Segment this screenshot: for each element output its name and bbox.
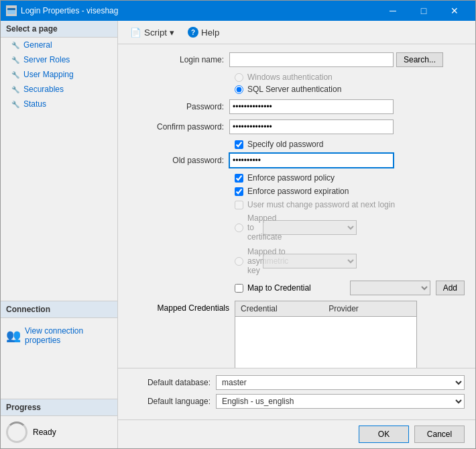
window-title: Login Properties - viseshag xyxy=(21,6,118,15)
title-bar: Login Properties - viseshag ─ □ ✕ xyxy=(1,1,475,21)
specify-old-password-label: Specify old password xyxy=(247,140,323,149)
ready-label: Ready xyxy=(33,428,56,437)
login-properties-window: Login Properties - viseshag ─ □ ✕ Select… xyxy=(0,0,476,449)
map-to-credential-row: Map to Credential Add xyxy=(129,281,465,295)
sql-auth-option[interactable]: SQL Server authentication xyxy=(235,85,465,94)
securables-icon: 🔧 xyxy=(11,86,19,93)
sidebar-spacer xyxy=(1,111,117,301)
default-language-dropdown[interactable]: English - us_english xyxy=(216,394,465,409)
mapped-to-cert-radio[interactable] xyxy=(235,223,243,232)
window-controls: ─ □ ✕ xyxy=(377,1,470,21)
close-button[interactable]: ✕ xyxy=(439,1,470,21)
cancel-button[interactable]: Cancel xyxy=(414,426,465,443)
confirm-password-label: Confirm password: xyxy=(129,122,229,132)
default-database-dropdown[interactable]: master xyxy=(216,375,465,390)
confirm-password-row: Confirm password: xyxy=(129,119,465,134)
windows-auth-option[interactable]: Windows authentication xyxy=(235,72,465,82)
default-language-row: Default language: English - us_english xyxy=(129,394,465,409)
password-label: Password: xyxy=(129,102,229,111)
connection-icon: 👥 xyxy=(6,328,21,343)
map-to-credential-label: Map to Credential xyxy=(247,283,311,293)
toolbar: 📄 Script ▾ ? Help xyxy=(118,21,475,44)
dialog-buttons: OK Cancel xyxy=(118,419,475,448)
search-button[interactable]: Search... xyxy=(396,52,443,67)
mapped-to-asym-dropdown[interactable] xyxy=(263,254,357,268)
enforce-expiration-checkbox[interactable] xyxy=(235,187,243,196)
user-must-change-label: User must change password at next login xyxy=(247,200,395,209)
user-must-change-row: User must change password at next login xyxy=(129,200,465,209)
sidebar-item-status[interactable]: 🔧 Status xyxy=(1,97,117,111)
progress-spinner xyxy=(6,421,27,443)
old-password-label: Old password: xyxy=(129,156,229,165)
specify-old-password-checkbox[interactable] xyxy=(235,140,243,149)
server-roles-icon: 🔧 xyxy=(11,56,19,64)
connection-section-label: Connection xyxy=(1,301,117,318)
progress-section-label: Progress xyxy=(1,399,117,416)
add-button[interactable]: Add xyxy=(436,281,465,295)
mapped-credentials-label: Mapped Credentials xyxy=(129,301,235,313)
title-bar-left: Login Properties - viseshag xyxy=(6,5,118,16)
mapped-to-asym-radio[interactable] xyxy=(235,257,243,266)
enforce-policy-row: Enforce password policy xyxy=(129,173,465,183)
default-language-label: Default language: xyxy=(129,397,216,406)
user-must-change-checkbox[interactable] xyxy=(235,201,243,209)
user-mapping-icon: 🔧 xyxy=(11,71,19,79)
maximize-button[interactable]: □ xyxy=(408,1,439,21)
script-button[interactable]: 📄 Script ▾ xyxy=(125,26,180,40)
status-icon: 🔧 xyxy=(11,101,19,108)
provider-col-header: Provider xyxy=(326,303,414,315)
help-button[interactable]: ? Help xyxy=(182,25,225,40)
old-password-row: Old password: xyxy=(129,153,465,168)
mapped-to-cert-option[interactable]: Mapped to certificate xyxy=(129,213,263,242)
ok-button[interactable]: OK xyxy=(359,426,409,443)
credential-table-header: Credential Provider xyxy=(235,301,416,317)
sql-auth-radio[interactable] xyxy=(235,85,243,94)
general-icon: 🔧 xyxy=(11,42,19,49)
main-area: 📄 Script ▾ ? Help Login name: Search... xyxy=(118,21,475,448)
auth-radio-group: Windows authentication SQL Server authen… xyxy=(129,72,465,94)
mapped-to-asym-row: Mapped to asymmetric key xyxy=(129,247,465,275)
enforce-expiration-row: Enforce password expiration xyxy=(129,187,465,196)
default-database-label: Default database: xyxy=(129,378,216,387)
confirm-password-input[interactable] xyxy=(229,119,394,134)
map-to-credential-checkbox[interactable] xyxy=(235,284,243,293)
sidebar-item-user-mapping[interactable]: 🔧 User Mapping xyxy=(1,67,117,82)
mapped-to-cert-dropdown[interactable] xyxy=(263,220,357,235)
mapped-to-cert-row: Mapped to certificate xyxy=(129,213,465,242)
mapped-credentials-section: Mapped Credentials Credential Provider R… xyxy=(129,301,465,368)
select-page-section: Select a page xyxy=(1,21,117,38)
svg-rect-1 xyxy=(7,8,15,10)
login-name-label: Login name: xyxy=(129,55,229,64)
connection-content: 👥 View connection properties xyxy=(1,318,117,399)
sidebar-item-server-roles[interactable]: 🔧 Server Roles xyxy=(1,52,117,67)
windows-auth-radio[interactable] xyxy=(235,73,243,82)
old-password-input[interactable] xyxy=(229,153,394,168)
form-area: Login name: Search... Windows authentica… xyxy=(118,44,475,368)
map-to-credential-dropdown[interactable] xyxy=(350,281,430,295)
password-input[interactable] xyxy=(229,99,394,114)
sidebar: Select a page 🔧 General 🔧 Server Roles 🔧… xyxy=(1,21,118,448)
enforce-policy-label: Enforce password policy xyxy=(247,173,335,183)
view-connection-properties-link[interactable]: 👥 View connection properties xyxy=(6,323,112,348)
help-icon: ? xyxy=(188,27,198,38)
credential-actions: Remove xyxy=(417,301,465,368)
specify-old-password-row: Specify old password xyxy=(129,140,465,149)
mapped-to-asym-option[interactable]: Mapped to asymmetric key xyxy=(129,247,263,275)
credential-table[interactable]: Credential Provider xyxy=(235,301,417,368)
enforce-expiration-label: Enforce password expiration xyxy=(247,187,349,196)
script-icon: 📄 xyxy=(130,28,141,38)
minimize-button[interactable]: ─ xyxy=(377,1,408,21)
bottom-form: Default database: master Default languag… xyxy=(118,368,475,419)
login-name-row: Login name: Search... xyxy=(129,52,465,67)
enforce-policy-checkbox[interactable] xyxy=(235,174,243,183)
login-name-input[interactable] xyxy=(229,52,394,67)
progress-content: Ready xyxy=(1,416,117,448)
credential-col-header: Credential xyxy=(238,303,326,315)
sidebar-item-general[interactable]: 🔧 General xyxy=(1,38,117,52)
script-dropdown-icon: ▾ xyxy=(170,28,174,38)
main-content: Select a page 🔧 General 🔧 Server Roles 🔧… xyxy=(1,21,475,448)
sidebar-item-securables[interactable]: 🔧 Securables xyxy=(1,82,117,97)
password-row: Password: xyxy=(129,99,465,114)
window-icon xyxy=(6,5,17,16)
default-database-row: Default database: master xyxy=(129,375,465,390)
